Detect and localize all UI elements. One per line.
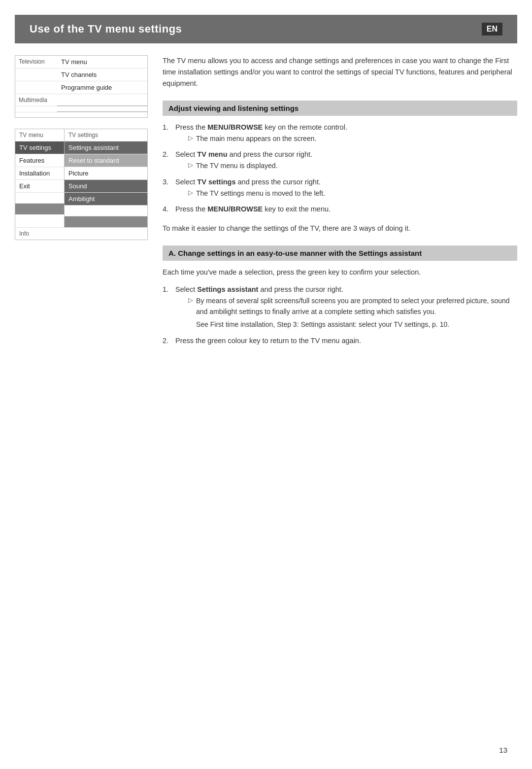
arrow-text-1: The main menu appears on the screen. [196,133,316,144]
s2-num-2: 2. [163,335,171,347]
menu-row-multimedia: Multimedia [15,94,147,106]
list-content-2: Select TV menu and press the cursor righ… [175,149,517,174]
list-num-3: 3. [163,176,171,201]
col2-reset-to-standard: Reset to standard [65,154,147,167]
menu-row-m3 [15,112,147,117]
col2-settings-assistant: Settings assistant [65,141,147,154]
arrow-text-3: The TV settings menu is moved to the lef… [196,188,325,199]
arrow-sym-3: ▷ [188,188,193,199]
col1-empty2 [15,204,64,214]
arrow-item-3: ▷ The TV settings menu is moved to the l… [188,188,517,199]
menu2-header-row: TV menu TV settings Features Installatio… [15,129,147,227]
arrow-sym-1: ▷ [188,133,193,144]
menu-label-television: Television [15,56,57,68]
menu-item-tv-menu: TV menu [57,56,147,68]
sub-arrow-1: ▷ [188,295,193,317]
list-item-4: 4. Press the MENU/BROWSE key to exit the… [163,204,517,215]
section2-item-1: 1. Select Settings assistant and press t… [163,284,517,331]
section1-heading: Adjust viewing and listening settings [163,101,517,116]
sub-text-1: By means of several split screens/full s… [196,295,517,317]
sub-text-2: See First time installation, Step 3: Set… [196,319,449,330]
menu2-col1: TV menu TV settings Features Installatio… [15,129,65,227]
left-column: Television TV menu TV channels Programme… [15,55,148,351]
list-content-4: Press the MENU/BROWSE key to exit the me… [175,204,517,215]
note-text: To make it easier to change the settings… [163,223,517,234]
list-content-1: Press the MENU/BROWSE key on the remote … [175,122,517,146]
menu-label-multimedia: Multimedia [15,94,57,106]
menu2-info-row: Info [15,227,147,240]
menu-diagram-2: TV menu TV settings Features Installatio… [15,129,148,240]
menu-item-multimedia-3 [57,112,147,117]
arrow-sym-2: ▷ [188,160,193,171]
arrow-text-2: The TV menu is displayed. [196,160,278,171]
content-area: Television TV menu TV channels Programme… [0,43,532,351]
section2-item-2: 2. Press the green colour key to return … [163,335,517,347]
list-num-2: 2. [163,149,171,174]
list-content-3: Select TV settings and press the cursor … [175,176,517,201]
list-item-2: 2. Select TV menu and press the cursor r… [163,149,517,174]
right-column: The TV menu allows you to access and cha… [163,55,517,351]
col2-ambilight: Ambilight [65,193,147,206]
section2-heading: A. Change settings in an easy-to-use man… [163,245,517,261]
menu-row-m2 [15,106,147,112]
col2-header: TV settings [65,129,147,141]
menu2-col2: TV settings Settings assistant Reset to … [65,129,147,227]
page-header: Use of the TV menu settings EN [15,15,517,43]
section1-list: 1. Press the MENU/BROWSE key on the remo… [163,122,517,215]
col1-installation: Installation [15,167,64,180]
col1-header: TV menu [15,129,64,141]
lang-badge: EN [482,23,502,35]
col1-empty1 [15,193,64,204]
s2-content-1: Select Settings assistant and press the … [175,284,517,331]
sub-bullet-2: ▷ See First time installation, Step 3: S… [188,319,517,330]
sub-bullet-1: ▷ By means of several split screens/full… [188,295,517,317]
arrow-item-1: ▷ The main menu appears on the screen. [188,133,517,144]
list-item-1: 1. Press the MENU/BROWSE key on the remo… [163,122,517,146]
page-number: 13 [499,746,507,754]
list-num-1: 1. [163,122,171,146]
menu-item-multimedia-2 [57,106,147,112]
col1-exit: Exit [15,180,64,193]
menu-label-empty1 [15,69,57,81]
menu-diagram-1: Television TV menu TV channels Programme… [15,55,148,118]
list-num-4: 4. [163,204,171,215]
intro-text: The TV menu allows you to access and cha… [163,55,517,90]
list-item-3: 3. Select TV settings and press the curs… [163,176,517,201]
col2-sound: Sound [65,180,147,193]
col1-tv-settings: TV settings [15,141,64,154]
section2-intro: Each time you've made a selection, press… [163,267,517,278]
col2-empty1 [65,206,147,216]
page-title: Use of the TV menu settings [30,23,182,35]
s2-content-2: Press the green colour key to return to … [175,335,517,347]
col2-picture: Picture [65,167,147,180]
menu-item-multimedia-1 [57,94,147,106]
menu-item-programme-guide: Programme guide [57,81,147,94]
section2-list: 1. Select Settings assistant and press t… [163,284,517,347]
menu-label-empty2 [15,81,57,94]
col1-features: Features [15,154,64,167]
arrow-item-2: ▷ The TV menu is displayed. [188,160,517,171]
col2-empty2 [65,216,147,227]
menu-item-tv-channels: TV channels [57,69,147,81]
menu-row-programme-guide: Programme guide [15,81,147,94]
menu-row-television: Television TV menu [15,56,147,69]
menu-row-tv-channels: TV channels [15,69,147,81]
s2-num-1: 1. [163,284,171,331]
section2-heading-text: A. Change settings in an easy-to-use man… [168,249,422,257]
